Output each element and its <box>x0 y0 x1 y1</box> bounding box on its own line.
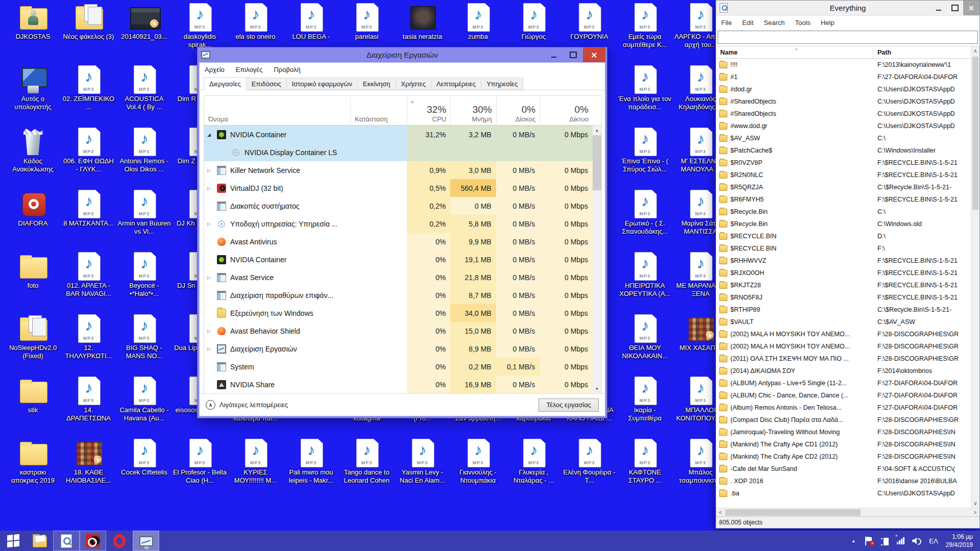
result-row[interactable]: $Recycle.Bin C:\ <box>716 206 971 218</box>
expander-icon[interactable] <box>207 168 216 173</box>
process-row[interactable]: System 0% 0,2 MB 0,1 MB/s 0 Mbps <box>204 358 593 375</box>
desktop-icon[interactable]: 18. ΚΑΘΕ ΗΛΙΟΒΑΣΙΛΕ... <box>62 439 116 501</box>
desktop-icon[interactable]: Beyoncé - •*Halo*•... <box>117 252 172 314</box>
search-input[interactable] <box>718 31 978 44</box>
result-row[interactable]: $R5QRZJA C:\$Recycle.Bin\S-1-5-21- <box>716 181 971 193</box>
menu-item[interactable]: Edit <box>742 19 753 27</box>
desktop-icon[interactable]: El Profesor - Bella Ciao (H... <box>173 439 227 501</box>
result-row[interactable]: $R6FMYH5 F:\$RECYCLE.BIN\S-1-5-21 <box>716 193 971 206</box>
tray-expand-icon[interactable] <box>849 536 858 545</box>
desktop-icon[interactable]: 14. ΔΡΑΠΕΤΣΩΝΑ <box>62 377 116 439</box>
desktop-icon[interactable]: ACOUSTICA Vol.4 ( By ... <box>117 65 172 128</box>
result-row[interactable]: (Album) Remos Antonis - Den Teliosa... F… <box>716 402 971 414</box>
column-header-memory[interactable]: 30% Μνήμη <box>450 96 496 125</box>
column-header-network[interactable]: 0% Δίκτυο <box>540 96 593 125</box>
desktop-icon[interactable]: ΚΥΡΙΕΣ ΜΟΥ!!!!!!!! Μ... <box>229 439 283 501</box>
desktop-icon[interactable]: Εμείς τώρα συμπέθερε Κ... <box>618 3 672 65</box>
process-row[interactable]: NVIDIA Container 0% 19,1 MB 0 MB/s 0 Mbp… <box>204 251 593 268</box>
result-row[interactable]: -Cafe del Mar SunSand F:\04-SOFT & ACCUS… <box>716 463 971 475</box>
result-row[interactable]: $AV_ASW C:\ <box>716 132 971 144</box>
tab[interactable]: Χρήστες <box>396 78 432 90</box>
result-row[interactable]: (2011) ΟΛΑ ΣΤΗ ΣΚΕΨΗ ΜΟΥ ΜΑ ΠΙΟ ... F:\2… <box>716 353 971 365</box>
process-row[interactable]: NVIDIA Share 0% 16,9 MB 0 MB/s 0 Mbps <box>204 375 593 393</box>
result-row[interactable]: $RECYCLE.BIN D:\ <box>716 230 971 242</box>
result-row[interactable]: $R2N0NLC F:\$RECYCLE.BIN\S-1-5-21 <box>716 169 971 181</box>
opera-button[interactable] <box>106 531 133 551</box>
scrollbar-thumb[interactable] <box>593 135 601 190</box>
task-manager-button[interactable] <box>133 531 159 551</box>
scrollbar-thumb[interactable] <box>725 509 861 516</box>
result-row[interactable]: $RNO5F8J F:\$RECYCLE.BIN\S-1-5-21 <box>716 291 971 304</box>
vertical-scrollbar[interactable] <box>971 46 979 508</box>
menu-item[interactable]: Search <box>764 19 785 27</box>
desktop-icon[interactable]: Antonis Remos - Olos Dikos ... <box>117 128 172 190</box>
minimize-button[interactable] <box>544 47 564 62</box>
desktop-icon[interactable]: foto <box>6 252 60 314</box>
desktop-icon[interactable]: Tango dance to Leonard Cohen <box>340 439 394 501</box>
end-task-button[interactable]: Τέλος εργασίας <box>538 398 599 412</box>
task-manager-titlebar[interactable]: Διαχείριση Εργασιών <box>199 47 605 62</box>
desktop-icon[interactable]: Cocek Ciftetelis <box>117 439 172 501</box>
result-row[interactable]: .ba C:\Users\DJKOSTAS\AppD <box>716 487 971 499</box>
vertical-scrollbar[interactable] <box>593 126 601 393</box>
desktop-icon[interactable]: Ικαρία - Συμπεθέρα <box>618 377 672 439</box>
result-row[interactable]: $Recycle.Bin C:\Windows.old <box>716 218 971 230</box>
desktop-icon[interactable]: BIG SHAQ - MANS NO... <box>117 314 172 377</box>
desktop-icon[interactable]: 20140921_03... <box>117 3 172 65</box>
maximize-button[interactable] <box>947 1 963 15</box>
process-row[interactable]: Διαχείριση Εργασιών 0% 8,9 MB 0 MB/s 0 M… <box>204 340 593 358</box>
result-row[interactable]: #SharedObjects C:\Users\DJKOSTAS\AppD <box>716 95 971 108</box>
clock[interactable]: 1:06 μμ 29/4/2019 <box>946 533 975 549</box>
column-header-disk[interactable]: 0% Δίσκος <box>496 96 540 125</box>
column-header-cpu[interactable]: 32% CPU <box>407 96 451 125</box>
menu-item[interactable]: Αρχείο <box>205 66 225 73</box>
result-row[interactable]: . XOP 2016 F:\2016\danse 2016\BULBA <box>716 475 971 487</box>
result-row[interactable]: $RKJTZ28 F:\$RECYCLE.BIN\S-1-5-21 <box>716 279 971 291</box>
process-row[interactable]: NVIDIA Display Container LS <box>204 143 593 161</box>
process-row[interactable]: Διαχείριση παραθύρων επιφάν... 0% 8,7 MB… <box>204 286 593 304</box>
expander-icon[interactable] <box>207 132 216 137</box>
everything-titlebar[interactable]: Everything <box>716 1 979 16</box>
result-row[interactable]: $PatchCache$ C:\Windows\Installer <box>716 144 971 157</box>
desktop-icon[interactable]: Pali mwro mou leipeis - Makr... <box>284 439 338 501</box>
result-row[interactable]: $VAULT C:\$AV_ASW <box>716 316 971 328</box>
process-row[interactable]: Avast Service 0% 21,8 MB 0 MB/s 0 Mbps <box>204 268 593 286</box>
expander-icon[interactable] <box>207 329 216 334</box>
action-center-icon[interactable] <box>865 536 874 545</box>
close-button[interactable] <box>583 47 605 62</box>
desktop-icon[interactable]: καστρακι αποκριες 2019 <box>6 439 60 501</box>
result-row[interactable]: !!!! F:\2013\kainoyria\neww'\1 <box>716 59 971 71</box>
result-row[interactable]: #www.dod.gr C:\Users\DJKOSTAS\AppD <box>716 120 971 132</box>
tab[interactable]: Λεπτομέρειες <box>431 78 481 90</box>
expander-icon[interactable] <box>207 346 216 352</box>
virtualdj-button[interactable] <box>80 531 106 551</box>
maximize-button[interactable] <box>564 47 583 62</box>
column-header-path[interactable]: Path <box>873 46 971 58</box>
desktop-icon[interactable]: Ελένη Φουρέιρα - Τ... <box>562 439 617 501</box>
scroll-up-icon[interactable] <box>971 46 979 55</box>
menu-item[interactable]: Προβολή <box>274 66 300 73</box>
result-row[interactable]: #1 F:\27-DIAFORA\04-DIAFOR <box>716 71 971 83</box>
expander-icon[interactable] <box>207 275 216 280</box>
process-row[interactable]: Killer Network Service 0,9% 3,0 MB 0 MB/… <box>204 161 593 179</box>
scrollbar-thumb[interactable] <box>972 57 978 210</box>
tab[interactable]: Διεργασίες <box>204 77 247 90</box>
result-row[interactable]: $RECYCLE.BIN F:\ <box>716 242 971 255</box>
desktop-icon[interactable]: Γλυκερία , Νταλάρας - ... <box>507 439 561 501</box>
horizontal-scrollbar[interactable] <box>716 508 979 516</box>
close-button[interactable] <box>963 1 979 15</box>
result-row[interactable]: (Mankind) The Crafty Ape CD1 (2012) F:\2… <box>716 438 971 450</box>
desktop-icon[interactable]: DIAFORA <box>6 190 60 252</box>
start-button[interactable] <box>0 531 27 551</box>
desktop-icon[interactable]: Νέος φάκελος (3) <box>62 3 116 65</box>
menu-item[interactable]: Tools <box>795 19 811 27</box>
desktop-icon[interactable]: ΘΕΙΑ ΜΟΥ ΝΙΚΟΛΑΚΑΙΝ... <box>618 314 672 377</box>
desktop-icon[interactable]: 012. ΑΡΛΕΤΑ - BAR NAVAGI... <box>62 252 116 314</box>
result-row[interactable]: (Compact Disc Club) Παρέα στα Λαδά... F:… <box>716 414 971 426</box>
process-row[interactable]: NVIDIA Container 31,2% 3,2 MB 0 MB/s 0 M… <box>204 126 593 143</box>
desktop-icon[interactable]: Αυτός ο υπολογιστής <box>6 65 60 128</box>
expander-icon[interactable] <box>207 186 216 191</box>
scroll-down-icon[interactable] <box>971 499 979 508</box>
desktop-icon[interactable]: Yasmin Levy - Naci En Alam... <box>396 439 450 501</box>
desktop-icon[interactable]: NoSleepHDv2.0 (Fixed) <box>6 314 60 377</box>
